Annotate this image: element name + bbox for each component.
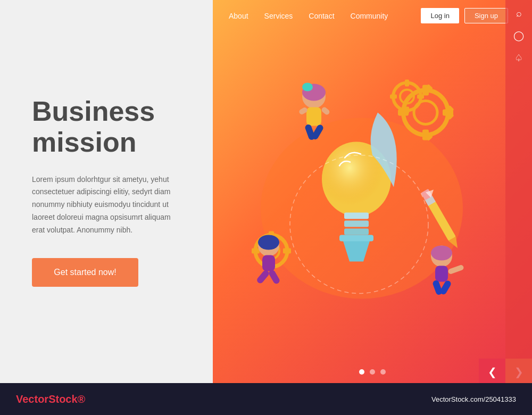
nav-links: About Services Contact Community <box>229 12 421 20</box>
dot-2[interactable] <box>370 369 375 375</box>
share-icon[interactable]: ♤ <box>514 52 523 64</box>
svg-point-35 <box>302 83 313 92</box>
main-container: Business mission Lorem ipsum dolorhtgur … <box>0 0 532 415</box>
svg-rect-22 <box>390 95 397 99</box>
cta-button[interactable]: Get started now! <box>32 258 138 287</box>
user-icon[interactable]: ◯ <box>513 30 524 42</box>
search-icon[interactable]: ⌕ <box>516 8 522 19</box>
svg-rect-6 <box>339 235 373 242</box>
svg-point-7 <box>403 90 448 135</box>
dots-indicator <box>359 369 386 375</box>
nav-about[interactable]: About <box>229 12 248 20</box>
prev-arrow[interactable]: ❮ <box>479 359 505 383</box>
body-text: Lorem ipsum dolorhtgur sit ametyu, yehut… <box>32 173 181 237</box>
footer-brand: VectorStock® <box>16 393 85 405</box>
page-title: Business mission <box>32 96 181 157</box>
nav-contact[interactable]: Contact <box>309 12 334 20</box>
dot-1[interactable] <box>359 369 364 375</box>
nav-services[interactable]: Services <box>264 12 293 20</box>
nav-buttons: Log in Sign up <box>421 8 508 23</box>
svg-rect-44 <box>256 269 270 285</box>
svg-rect-40 <box>321 106 331 116</box>
hero-illustration <box>213 31 505 383</box>
svg-rect-3 <box>344 213 369 219</box>
footer: VectorStock® VectorStock.com/25041333 <box>0 383 532 415</box>
left-panel: Business mission Lorem ipsum dolorhtgur … <box>0 0 213 383</box>
nav-community[interactable]: Community <box>351 12 388 20</box>
svg-rect-27 <box>283 248 291 254</box>
svg-point-47 <box>431 246 452 261</box>
footer-url: VectorStock.com/25041333 <box>431 395 516 403</box>
svg-rect-50 <box>439 279 452 295</box>
svg-rect-48 <box>435 266 448 282</box>
svg-rect-5 <box>344 229 369 235</box>
right-icon-strip: ⌕ ◯ ♤ <box>505 0 532 383</box>
svg-rect-4 <box>344 221 369 227</box>
hero-area: ❮ ❯ <box>213 31 532 383</box>
svg-rect-51 <box>447 264 464 275</box>
svg-point-42 <box>258 235 279 250</box>
right-panel: About Services Contact Community Log in … <box>213 0 532 383</box>
nav-bar: About Services Contact Community Log in … <box>213 0 532 31</box>
svg-rect-45 <box>268 269 280 285</box>
signup-button[interactable]: Sign up <box>464 8 508 23</box>
svg-rect-36 <box>306 107 321 126</box>
login-button[interactable]: Log in <box>421 8 459 23</box>
svg-rect-19 <box>405 80 409 87</box>
svg-rect-20 <box>405 107 409 114</box>
svg-rect-28 <box>252 248 260 254</box>
svg-rect-21 <box>417 95 424 99</box>
svg-point-17 <box>393 83 421 111</box>
content-area: Business mission Lorem ipsum dolorhtgur … <box>0 0 532 383</box>
svg-rect-43 <box>262 255 275 271</box>
dot-3[interactable] <box>380 369 386 375</box>
